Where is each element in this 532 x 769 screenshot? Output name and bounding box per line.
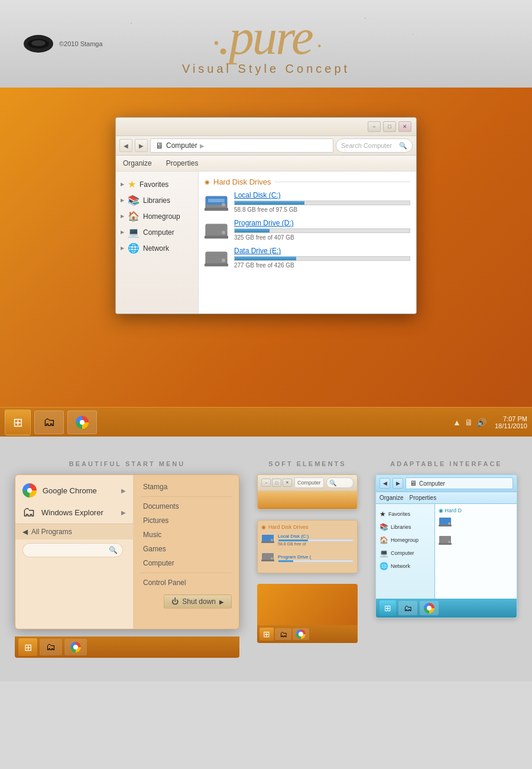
adapt-network-item[interactable]: 🌐 Network (376, 560, 434, 573)
adapt-computer-item[interactable]: 💻 Computer (376, 547, 434, 560)
soft-drive-c-free: 58.8 GB free of (278, 542, 353, 546)
adapt-organize-btn[interactable]: Organize (379, 495, 404, 501)
drive-d-bar (234, 228, 410, 233)
taskbar-explorer-item[interactable]: 🗂 (34, 411, 64, 434)
drive-e-free: 277 GB free of 426 GB (234, 262, 410, 269)
menu-computer-item[interactable]: Computer (141, 556, 232, 570)
minimize-button[interactable]: − (368, 121, 381, 132)
search-placeholder: Search Computer (341, 142, 392, 149)
adapt-drive-1-icon (439, 516, 452, 531)
soft-elements-panel: SOFT ELEMENTS − □ ✕ Computer 🔍 (257, 460, 358, 658)
bottom-section: BEAUTIFUL START MENU Google Chrome ▶ 🗂 W… (0, 437, 532, 681)
computer-sidebar-icon: 💻 (128, 227, 140, 238)
mini-start-button[interactable]: ⊞ (18, 638, 37, 656)
soft-drive-c-name: Local Disk (C:) (278, 534, 353, 539)
adapt-forward-btn[interactable]: ▶ (392, 478, 403, 489)
soft-address-bar[interactable]: Computer (294, 477, 324, 488)
sidebar-item-libraries[interactable]: ▶ 📚 Libraries (116, 192, 198, 208)
taskbar-chrome-item[interactable] (67, 411, 97, 434)
menu-music-item[interactable]: Music (141, 528, 232, 542)
sidebar-item-network[interactable]: ▶ 🌐 Network (116, 240, 198, 256)
sidebar-item-computer[interactable]: ▶ 💻 Computer (116, 224, 198, 240)
address-text: Computer (166, 141, 197, 150)
soft-drives-section-title: ◉ Hard Disk Drives (261, 524, 353, 530)
forward-button[interactable]: ▶ (135, 139, 148, 152)
adapt-homegroup-item[interactable]: 🏠 Homegroup (376, 534, 434, 547)
drive-d-icon (205, 219, 228, 240)
address-bar[interactable]: 🖥 Computer ▶ (150, 138, 333, 153)
mini-explorer-item[interactable]: 🗂 (40, 639, 62, 655)
adapt-drive-2-icon (439, 534, 452, 549)
sidebar-item-favorites[interactable]: ▶ ★ Favorites (116, 176, 198, 192)
adapt-libraries-icon: 📚 (379, 523, 388, 531)
svg-point-14 (222, 259, 225, 262)
soft-taskbar-explorer[interactable]: 🗂 (275, 628, 291, 640)
soft-taskbar-chrome[interactable] (293, 628, 309, 640)
svg-point-10 (222, 231, 225, 234)
menu-stamga-item[interactable]: Stamga (141, 480, 232, 494)
drive-d-name[interactable]: Program Drive (D:) (234, 219, 410, 227)
drive-e-name[interactable]: Data Drive (E:) (234, 247, 410, 255)
soft-start-btn[interactable]: ⊞ (259, 628, 274, 641)
search-row: 🔍 (15, 539, 133, 561)
maximize-button[interactable]: □ (383, 121, 396, 132)
soft-close-btn[interactable]: ✕ (283, 479, 292, 487)
adapt-libraries-item[interactable]: 📚 Libraries (376, 521, 434, 534)
soft-elements-title: SOFT ELEMENTS (268, 460, 346, 467)
svg-rect-21 (261, 560, 274, 561)
section-dot: ◉ (205, 179, 210, 185)
adapt-favorites-item[interactable]: ★ Favorites (376, 508, 434, 521)
soft-maximize-btn[interactable]: □ (272, 479, 281, 487)
soft-address-text: Computer (297, 480, 321, 486)
explorer-arrow-icon: ▶ (121, 509, 126, 516)
decor-dot-4: · (412, 30, 414, 38)
start-search-box[interactable]: 🔍 (22, 543, 123, 557)
start-menu-chrome-item[interactable]: Google Chrome ▶ (15, 480, 133, 501)
menu-documents-item[interactable]: Documents (141, 499, 232, 513)
soft-drives-label: Hard Disk Drives (268, 524, 309, 530)
drive-c-info: Local Disk (C:) 58.8 GB free of 97.5 GB (234, 191, 410, 213)
adapt-back-btn[interactable]: ◀ (379, 478, 390, 489)
back-button[interactable]: ◀ (119, 139, 132, 152)
start-button[interactable]: ⊞ (5, 409, 31, 435)
shutdown-label: Shut down (182, 597, 216, 606)
adapt-network-icon: 🌐 (379, 562, 388, 570)
drive-c-name[interactable]: Local Disk (C:) (234, 191, 410, 199)
adapt-section-label: Hard D (445, 508, 462, 513)
pictures-label: Pictures (143, 516, 168, 525)
taskbar-explorer-icon: 🗂 (43, 415, 55, 429)
adapt-address-bar[interactable]: 🖥 Computer (406, 477, 513, 489)
tray-monitor-icon[interactable]: 🖥 (465, 418, 473, 427)
adapt-chrome-icon (424, 603, 434, 613)
explorer-window: − □ ✕ ◀ ▶ 🖥 Computer ▶ Search Computer 🔍… (115, 117, 417, 314)
soft-minimize-btn[interactable]: − (261, 479, 271, 487)
properties-button[interactable]: Properties (164, 158, 201, 169)
chrome-arrow-icon: ▶ (121, 487, 126, 494)
adapt-properties-btn[interactable]: Properties (410, 495, 437, 501)
tray-volume-icon[interactable]: 🔊 (476, 418, 486, 427)
mini-chrome-item[interactable] (64, 639, 87, 655)
adapt-start-btn[interactable]: ⊞ (379, 600, 396, 616)
soft-drive-d: Program Drive ( (261, 551, 353, 566)
svg-point-20 (271, 557, 273, 560)
svg-rect-15 (205, 264, 228, 266)
search-bar[interactable]: Search Computer 🔍 (336, 138, 413, 153)
adapt-main-content: ◉ Hard D (435, 504, 517, 599)
soft-section-dot: ◉ (261, 524, 266, 530)
adapt-taskbar-chrome[interactable] (420, 601, 439, 615)
start-menu-explorer-item[interactable]: 🗂 Windows Explorer ▶ (15, 501, 133, 524)
shutdown-button[interactable]: ⏻ Shut down ▶ (164, 594, 232, 609)
computer-label: Computer (143, 228, 174, 237)
adapt-taskbar-explorer[interactable]: 🗂 (398, 601, 417, 615)
soft-search-bar[interactable]: 🔍 (326, 477, 353, 488)
menu-games-item[interactable]: Games (141, 542, 232, 556)
tray-arrow-icon[interactable]: ▲ (453, 418, 461, 427)
close-button[interactable]: ✕ (398, 121, 411, 132)
menu-controlpanel-item[interactable]: Control Panel (141, 576, 232, 590)
all-programs-button[interactable]: ◀ All Programs (22, 528, 72, 536)
organize-button[interactable]: Organize (121, 158, 154, 169)
sidebar-item-homegroup[interactable]: ▶ 🏠 Homegroup (116, 208, 198, 224)
menu-pictures-item[interactable]: Pictures (141, 513, 232, 528)
soft-drive-c-info: Local Disk (C:) 58.8 GB free of (278, 534, 353, 546)
adapt-libraries-label: Libraries (391, 524, 411, 530)
